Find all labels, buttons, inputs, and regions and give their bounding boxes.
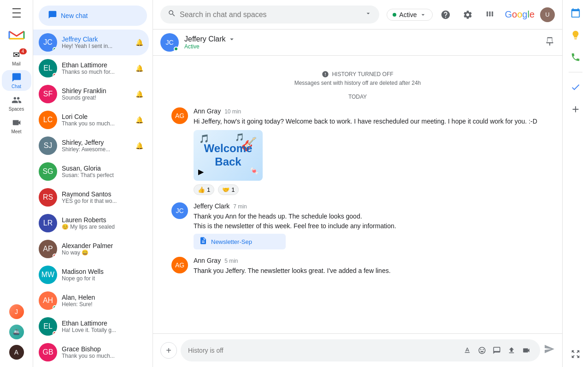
list-item[interactable]: EL Ethan Lattimore Thanks so much for...…	[33, 55, 149, 81]
list-item[interactable]: SJ Shirley, Jeffery Shirley: Awesome... …	[33, 133, 149, 159]
phone-button[interactable]	[566, 48, 585, 66]
sidebar-item-chat[interactable]: Chat	[2, 70, 31, 91]
mail-badge: 4	[19, 48, 27, 54]
avatar: SJ	[39, 136, 57, 155]
message-group: AG Ann Gray 10 min Hi Jeffery, how's it …	[171, 107, 544, 195]
chat-header-info: Jeffery Clark Active	[184, 35, 545, 50]
avatar: EL	[39, 317, 57, 336]
message-avatar: AG	[171, 107, 188, 124]
bell-icon[interactable]: 🔔	[135, 142, 143, 149]
attachment-icon	[199, 237, 207, 247]
avatar: SF	[39, 85, 57, 103]
sidebar-item-mail[interactable]: ✉ 4 Mail	[2, 47, 31, 68]
history-label: HISTORY TURNED OFF	[332, 71, 393, 77]
list-item[interactable]: JC Jeffrey Clark Hey! Yeah I sent in... …	[33, 30, 149, 55]
add-widget-button[interactable]	[566, 100, 585, 118]
chat-contact-avatar: JC	[160, 33, 179, 52]
avatar: LR	[39, 214, 57, 232]
new-chat-button[interactable]: New chat	[39, 6, 147, 26]
attachment[interactable]: Newsletter-Sep	[194, 234, 286, 249]
avatar: SG	[39, 162, 57, 181]
format-text-button[interactable]	[461, 344, 474, 357]
search-input[interactable]	[180, 11, 361, 19]
message-reactions: 👍 1 🤝 1	[194, 184, 544, 195]
chat-info: Grace Bishop Thank you so much...	[62, 345, 143, 359]
sidebar-item-meet[interactable]: Meet	[2, 115, 31, 136]
chat-name: Lauren Roberts	[62, 216, 143, 224]
user-avatar[interactable]: U	[540, 7, 555, 22]
hamburger-menu[interactable]	[7, 4, 26, 22]
emoji-button[interactable]	[476, 344, 488, 357]
chat-info: Ethan Lattimore Thanks so much for...	[62, 61, 131, 75]
list-item[interactable]: AH Alan, Helen Helen: Sure!	[33, 288, 149, 314]
user-avatar-bottom-3[interactable]: A	[9, 345, 24, 360]
avatar: AP	[39, 240, 57, 258]
message-content: Ann Gray 10 min Hi Jeffery, how's it goi…	[194, 107, 544, 195]
message-group: JC Jeffery Clark 7 min Thank you Ann for…	[171, 202, 544, 249]
reaction-handshake[interactable]: 🤝 1	[218, 184, 239, 195]
search-dropdown-icon[interactable]	[365, 10, 372, 19]
history-notice: HISTORY TURNED OFF Messages sent with hi…	[171, 71, 544, 86]
main-area: Active Google U JC Jef	[153, 0, 562, 367]
chat-contact-name[interactable]: Jeffery Clark	[184, 35, 545, 43]
chat-name: Ethan Lattimore	[62, 61, 131, 69]
list-item[interactable]: MW Madison Wells Nope go for it	[33, 262, 149, 288]
user-avatar-bottom-1[interactable]: J	[9, 304, 24, 319]
list-item[interactable]: LR Lauren Roberts 😊 My lips are sealed	[33, 210, 149, 236]
chat-preview: Shirley: Awesome...	[62, 146, 131, 153]
right-sidebar	[562, 0, 588, 367]
message-avatar: JC	[171, 202, 188, 219]
list-item[interactable]: SG Susan, Gloria Susan: That's perfect	[33, 159, 149, 184]
handshake-emoji: 🤝	[222, 186, 229, 193]
chat-info: Ethan Lattimore Ha! Love it. Totally g..…	[62, 320, 143, 333]
chat-info: Jeffrey Clark Hey! Yeah I sent in...	[62, 36, 131, 49]
status-indicator	[53, 305, 57, 310]
list-item[interactable]: KO Keith Obrien Good morning eve...	[33, 365, 149, 367]
top-bar: Active Google U	[153, 0, 562, 30]
reaction-thumbsup[interactable]: 👍 1	[194, 184, 214, 195]
settings-button[interactable]	[459, 6, 477, 24]
help-button[interactable]	[436, 6, 455, 24]
send-button[interactable]	[544, 343, 555, 357]
active-status-label: Active	[399, 11, 417, 18]
tasks-button[interactable]	[566, 78, 585, 96]
bell-icon[interactable]: 🔔	[135, 116, 143, 124]
message-sender: Ann Gray	[194, 257, 221, 264]
reaction-count: 1	[231, 186, 235, 193]
message-input[interactable]	[188, 347, 457, 354]
list-item[interactable]: RS Raymond Santos YES go for it that wo.…	[33, 184, 149, 210]
list-item[interactable]: GB Grace Bishop Thank you so much...	[33, 339, 149, 365]
chat-preview: No way 😄	[62, 249, 143, 256]
list-item[interactable]: AP Alexander Palmer No way 😄	[33, 236, 149, 262]
active-status-badge[interactable]: Active	[387, 9, 433, 21]
mail-label: Mail	[12, 61, 20, 66]
expand-button[interactable]	[566, 345, 585, 363]
list-item[interactable]: SF Shirley Franklin Sounds great! 🔔	[33, 81, 149, 107]
list-item[interactable]: EL Ethan Lattimore Ha! Love it. Totally …	[33, 314, 149, 339]
new-chat-label: New chat	[61, 12, 88, 19]
chat-preview: 😊 My lips are sealed	[62, 224, 143, 230]
chat-name: Alexander Palmer	[62, 242, 143, 249]
meet-label: Meet	[11, 129, 21, 134]
chat-format-button[interactable]	[490, 344, 503, 357]
upload-button[interactable]	[505, 344, 518, 357]
bell-icon[interactable]: 🔔	[135, 90, 143, 98]
list-item[interactable]: LC Lori Cole Thank you so much... 🔔	[33, 107, 149, 133]
notes-button[interactable]	[566, 26, 585, 44]
pin-button[interactable]	[545, 36, 555, 49]
welcome-back-text: Welcome Back	[204, 142, 253, 169]
chat-preview: Thanks so much for...	[62, 69, 131, 75]
history-sublabel: Messages sent with history off are delet…	[294, 80, 421, 86]
bell-icon[interactable]: 🔔	[135, 39, 143, 46]
online-indicator	[53, 47, 57, 52]
apps-button[interactable]	[481, 6, 499, 24]
add-attachment-button[interactable]: +	[160, 342, 177, 359]
video-button[interactable]	[520, 344, 533, 357]
calendar-button[interactable]	[566, 4, 585, 22]
top-right-controls: Active Google U	[387, 6, 555, 24]
message-content: Jeffery Clark 7 min Thank you Ann for th…	[194, 202, 544, 249]
message-header: Ann Gray 5 min	[194, 257, 544, 264]
user-avatar-bottom-2[interactable]: 🚢	[9, 325, 24, 339]
sidebar-item-spaces[interactable]: Spaces	[2, 93, 31, 113]
bell-icon[interactable]: 🔔	[135, 65, 143, 72]
